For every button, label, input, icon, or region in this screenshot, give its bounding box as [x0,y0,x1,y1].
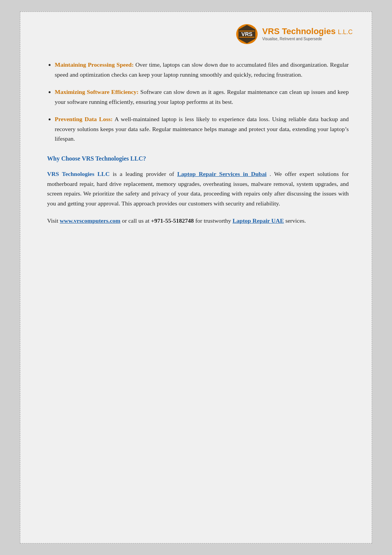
visit-paragraph: Visit www.vrscomputers.com or call us at… [43,216,349,226]
for-trustworthy-text: for trustworthy [195,217,232,224]
svg-text:VRS: VRS [242,31,253,37]
services-text: services. [285,217,306,224]
list-item-data-loss: Preventing Data Loss: A well-maintained … [55,114,349,144]
visit-text: Visit [47,217,60,224]
laptop-repair-uae-link[interactable]: Laptop Repair UAE [232,217,284,224]
main-content: Maintaining Processing Speed: Over time,… [39,60,353,226]
list-item-processing-speed: Maintaining Processing Speed: Over time,… [55,60,349,79]
body-paragraph-1: VRS Technologies LLC is a leading provid… [43,169,349,208]
is-a-leading-provider: is a leading provider of [113,171,177,177]
section-heading: Why Choose VRS Technologies LLC? [43,155,349,162]
logo-container: VRS VRS Technologies L.L.C Visualise, Re… [235,23,353,44]
or-call-text: or call us at [122,217,151,224]
header: VRS VRS Technologies L.L.C Visualise, Re… [39,23,353,44]
bullet3-label: Preventing Data Loss: [55,116,113,122]
list-item-software-efficiency: Maximizing Software Efficiency: Software… [55,87,349,107]
phone-number: +971-55-5182748 [151,217,194,224]
laptop-repair-link[interactable]: Laptop Repair Services in Dubai [177,171,266,177]
logo-technologies-word: Technologies [282,26,335,36]
vrs-technologies-llc-bold: VRS Technologies LLC [47,171,109,177]
bullet1-label: Maintaining Processing Speed: [55,61,134,68]
logo-text: VRS Technologies L.L.C Visualise, ReInve… [262,26,353,41]
vrs-logo-icon: VRS [235,23,258,44]
logo-llc: L.L.C [338,29,353,35]
bullet-list: Maintaining Processing Speed: Over time,… [43,60,349,144]
page-container: VRS VRS Technologies L.L.C Visualise, Re… [20,11,372,544]
bullet2-label: Maximizing Software Efficiency: [55,89,139,95]
logo-vrs: VRS [262,26,279,36]
website-link[interactable]: www.vrscomputers.com [60,217,120,224]
logo-tagline: Visualise, ReInvent and Supersede [262,37,353,41]
logo-brand: VRS Technologies L.L.C [262,26,353,36]
